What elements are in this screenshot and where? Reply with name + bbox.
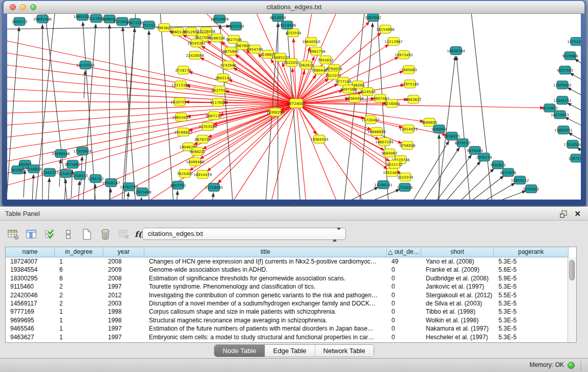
table-row[interactable]: 977716911998Corpus callosum shape and si… xyxy=(6,308,576,316)
graph-node[interactable]: 9756928 xyxy=(399,141,415,149)
float-panel-icon[interactable] xyxy=(560,210,568,218)
graph-node[interactable]: 16033809 xyxy=(210,15,229,23)
graph-node[interactable]: 15720407 xyxy=(361,116,380,124)
tab-network-table[interactable]: Network Table xyxy=(315,345,374,357)
graph-node[interactable]: 17016504 xyxy=(563,140,581,148)
graph-node[interactable]: 9329966 xyxy=(562,52,578,60)
table-row[interactable]: 946362711997Embryonic stem cells: a mode… xyxy=(6,333,576,341)
graph-node[interactable]: 9227343 xyxy=(557,66,573,74)
table-mode-icon[interactable] xyxy=(6,227,20,242)
graph-node[interactable]: 2718176 xyxy=(175,66,191,74)
graph-node[interactable]: 3624554 xyxy=(359,87,376,96)
graph-node[interactable]: 8427552 xyxy=(211,86,227,94)
graph-node[interactable]: 16961758 xyxy=(307,47,325,55)
graph-node[interactable]: 9242848 xyxy=(220,61,236,69)
graph-node[interactable]: 13654923 xyxy=(399,125,418,133)
graph-node[interactable]: 2935114 xyxy=(476,153,492,161)
graph-node[interactable]: 8875685 xyxy=(223,47,238,55)
graph-node[interactable]: 8878334 xyxy=(194,135,211,143)
table-row[interactable]: 969969511998Structural magnetic resonanc… xyxy=(6,316,576,324)
graph-node[interactable]: 18107554 xyxy=(170,98,189,106)
graph-node[interactable]: 12975185 xyxy=(401,80,419,88)
graph-node[interactable]: 1156829 xyxy=(26,165,41,173)
graph-node[interactable]: 8813054 xyxy=(270,14,286,21)
delete-column-icon[interactable] xyxy=(98,227,113,242)
graph-node[interactable]: 16648784 xyxy=(447,47,465,55)
column-header-name[interactable]: name xyxy=(6,247,55,257)
graph-node[interactable]: 16914479 xyxy=(193,170,212,179)
close-panel-icon[interactable]: ✕ xyxy=(574,209,581,219)
graph-node[interactable]: 9245652 xyxy=(523,185,539,193)
table-row[interactable]: 1938455462009Genome-wide association stu… xyxy=(6,266,576,274)
table-row[interactable]: 911546021997Tourette syndrome. Phenomeno… xyxy=(6,282,576,291)
graph-node[interactable]: 1332554 xyxy=(285,29,301,37)
graph-node[interactable]: 1405572 xyxy=(11,17,27,26)
delete-table-icon[interactable] xyxy=(117,227,131,242)
network-canvas[interactable]: 7963822886012889129542322605898275081654… xyxy=(7,14,581,200)
row-height-icon[interactable] xyxy=(61,227,76,242)
graph-node[interactable]: 12444151 xyxy=(553,96,572,104)
graph-node[interactable]: 1615132 xyxy=(386,160,402,168)
graph-node[interactable]: 12213967 xyxy=(384,37,403,46)
scrollbar-thumb[interactable] xyxy=(569,260,575,280)
graph-node[interactable]: 19384554 xyxy=(310,135,329,143)
graph-node[interactable]: 8471676 xyxy=(500,168,516,177)
graph-node[interactable]: 6497568 xyxy=(340,85,356,93)
graph-node[interactable]: 9463627 xyxy=(405,95,421,103)
graph-node[interactable]: 18640910 xyxy=(302,37,320,46)
graph-node[interactable]: 8522053 xyxy=(284,58,299,67)
graph-node[interactable]: 15751074 xyxy=(567,37,581,46)
graph-node[interactable]: 9117006 xyxy=(210,98,226,106)
graph-node[interactable]: 8186328 xyxy=(209,34,225,42)
graph-node[interactable]: 2522074 xyxy=(397,173,413,181)
graph-node[interactable]: 1250513 xyxy=(72,171,88,180)
graph-node[interactable]: 9975887 xyxy=(64,160,80,168)
graph-node[interactable]: 15892931 xyxy=(554,126,573,134)
column-header-year[interactable]: year xyxy=(103,247,144,257)
select-rows-icon[interactable] xyxy=(43,227,57,242)
graph-node[interactable]: 7955812 xyxy=(317,56,333,64)
graph-node[interactable]: 15718485 xyxy=(205,183,223,191)
graph-node[interactable]: 17359924 xyxy=(73,147,92,155)
graph-node[interactable]: 2687682 xyxy=(365,14,381,21)
table-row[interactable]: 1456911722003Disruption of a novel membe… xyxy=(6,299,576,308)
graph-node[interactable]: 16154808 xyxy=(376,25,395,33)
graph-node[interactable]: 10654112 xyxy=(511,176,529,184)
graph-node[interactable]: 8867130 xyxy=(206,112,222,120)
graph-node[interactable]: 1795722 xyxy=(88,174,103,183)
graph-node[interactable]: 391997 xyxy=(11,166,25,174)
tab-edge-table[interactable]: Edge Table xyxy=(265,345,315,357)
graph-node[interactable]: 19654933 xyxy=(172,113,190,121)
network-selector-dropdown[interactable]: citations_edges.txt xyxy=(142,228,346,240)
column-header-short[interactable]: short xyxy=(421,247,494,257)
graph-node[interactable]: 9857791 xyxy=(170,181,186,189)
graph-node[interactable]: 9684067 xyxy=(381,149,397,157)
graph-node[interactable]: 12093582 xyxy=(553,81,572,89)
graph-node[interactable]: 751552 xyxy=(142,21,156,29)
column-header-pagerank[interactable]: pagerank xyxy=(494,247,569,257)
graph-node[interactable]: 7485063 xyxy=(401,65,417,74)
graph-node[interactable]: 1840954 xyxy=(431,125,447,133)
graph-node[interactable]: 6216084 xyxy=(384,99,400,107)
window-titlebar[interactable]: citations_edges.txt xyxy=(4,1,584,14)
graph-node[interactable]: 7632621 xyxy=(490,161,506,169)
citation-network-graph[interactable]: 7963822886012889129542322605898275081654… xyxy=(7,14,581,200)
graph-node[interactable]: 19218506 xyxy=(278,21,296,29)
graph-node[interactable]: 2803144 xyxy=(215,74,231,82)
table-row[interactable]: 946554611997Estimation of the future num… xyxy=(6,324,576,333)
graph-node[interactable]: 7857224 xyxy=(228,22,244,30)
graph-node[interactable]: 20206586 xyxy=(52,149,70,158)
graph-node[interactable]: 10688639 xyxy=(367,127,386,136)
graph-node[interactable]: 1733426 xyxy=(397,183,413,191)
column-header-out_de[interactable]: △ out_de… xyxy=(387,247,421,257)
graph-node[interactable]: 19958167 xyxy=(102,179,120,187)
table-row[interactable]: 1872400712008Changes of HCN gene express… xyxy=(6,257,576,266)
vertical-scrollbar[interactable] xyxy=(568,257,576,342)
graph-node[interactable]: 1167533 xyxy=(568,154,581,162)
column-header-in_degree[interactable]: in_degree xyxy=(55,247,103,257)
graph-node[interactable]: 20891406 xyxy=(33,15,52,23)
show-columns-icon[interactable] xyxy=(25,227,39,242)
table-row[interactable]: 2242004622012Investigating the contribut… xyxy=(6,291,576,299)
table-row[interactable]: 1830029562008Estimation of significance … xyxy=(6,274,576,282)
graph-node[interactable]: 7625402 xyxy=(177,169,192,178)
